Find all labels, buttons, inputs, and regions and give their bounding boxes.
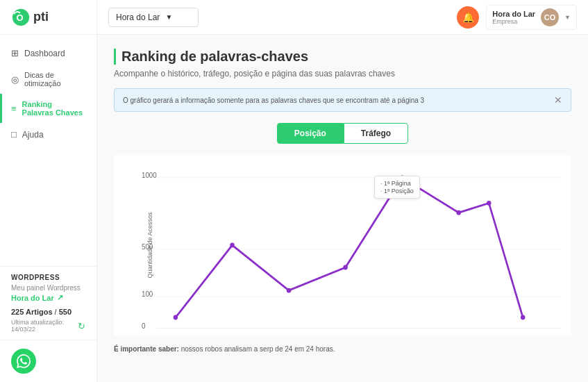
info-banner-text: O gráfico gerará a informação somente pa… (123, 97, 424, 104)
sidebar-bottom (0, 340, 96, 382)
page-content: Ranking de palavras-chaves Acompanhe o h… (97, 35, 588, 382)
dashboard-label: Dashboard (24, 49, 65, 58)
close-banner-button[interactable]: ✕ (554, 94, 562, 106)
articles-count: 225 Artigos / 550 (11, 308, 85, 316)
footer-note-strong: É importante saber: (114, 345, 179, 353)
sidebar-item-ajuda[interactable]: □ Ajuda (0, 123, 96, 146)
svg-text:500: 500 (142, 242, 153, 250)
external-link-icon: ↗ (57, 293, 63, 302)
logo-text: pti (33, 10, 49, 24)
chart-line (176, 178, 523, 317)
user-name: Hora do Lar (492, 10, 535, 18)
dicas-icon: ◎ (11, 74, 19, 85)
chart-point (456, 210, 461, 215)
sidebar: O pti ⊞ Dashboard ◎ Dicas de otimização … (0, 0, 97, 382)
chevron-down-icon: ▼ (165, 13, 172, 21)
footer-note: É importante saber: nossos robos analisa… (114, 345, 571, 353)
tooltip-line2: · 1ª Posição (380, 188, 414, 194)
footer-note-text: nossos robos analisam a serp de 24 em 24… (181, 345, 335, 353)
ranking-icon: ≡ (11, 103, 17, 114)
sidebar-nav: ⊞ Dashboard ◎ Dicas de otimização ≡ Rank… (0, 35, 96, 266)
wordpress-section: WORDPRESS Meu painel Wordpress Hora do L… (0, 266, 96, 340)
site-name: Hora do Lar (116, 13, 160, 22)
chart-container: Quantidade de Acessos · 1ª Página · 1ª P… (114, 155, 571, 335)
ajuda-icon: □ (11, 129, 17, 140)
logo: O pti (0, 0, 96, 35)
refresh-icon[interactable]: ↻ (78, 321, 85, 331)
user-info[interactable]: Hora do Lar Empresa CO ▼ (486, 5, 577, 30)
user-role: Empresa (492, 18, 535, 25)
whatsapp-button[interactable] (11, 349, 36, 374)
logo-icon: O (11, 8, 31, 27)
last-update: Última atualização: 14/03/22 ↻ (11, 319, 85, 333)
toggle-group: Posição Tráfego (114, 123, 571, 144)
svg-text:0: 0 (142, 322, 146, 329)
chart-point (521, 315, 526, 320)
page-title: Ranking de palavras-chaves (114, 49, 571, 65)
toggle-trafego-button[interactable]: Tráfego (344, 123, 408, 144)
tooltip-line1: · 1ª Página (380, 180, 414, 187)
chart-point (174, 315, 178, 320)
svg-text:100: 100 (142, 290, 153, 298)
wordpress-label: WORDPRESS (11, 274, 85, 281)
info-banner: O gráfico gerará a informação somente pa… (114, 88, 571, 112)
dashboard-icon: ⊞ (11, 48, 19, 58)
dicas-label: Dicas de otimização (24, 71, 85, 88)
site-selector[interactable]: Hora do Lar ▼ (108, 8, 199, 27)
svg-text:1000: 1000 (142, 172, 157, 179)
ajuda-label: Ajuda (22, 130, 44, 140)
sidebar-item-ranking[interactable]: ≡ Ranking Palavras Chaves (0, 94, 96, 123)
chart-tooltip: · 1ª Página · 1ª Posição (374, 176, 420, 199)
topbar: Hora do Lar ▼ 🔔 Hora do Lar Empresa CO ▼ (97, 0, 588, 35)
chart-point (287, 288, 292, 293)
wordpress-sublabel: Meu painel Wordpress (11, 284, 85, 292)
user-chevron-icon: ▼ (564, 14, 571, 21)
user-text-block: Hora do Lar Empresa (492, 10, 535, 25)
ranking-label: Ranking Palavras Chaves (22, 100, 85, 117)
topbar-left: Hora do Lar ▼ (108, 8, 199, 27)
topbar-right: 🔔 Hora do Lar Empresa CO ▼ (457, 5, 577, 30)
chart-point (487, 201, 492, 206)
toggle-posicao-button[interactable]: Posição (277, 123, 344, 144)
avatar: CO (541, 8, 559, 26)
page-subtitle: Acompanhe o histórico, tráfego, posição … (114, 69, 571, 78)
line-chart: 0 100 500 1000 DD/MM DD/MM DD/MM DD/MM D… (142, 162, 564, 329)
whatsapp-icon (17, 354, 31, 368)
notification-button[interactable]: 🔔 (457, 6, 479, 28)
svg-text:O: O (16, 12, 23, 22)
chart-inner: · 1ª Página · 1ª Posição 0 100 500 1000 (142, 162, 564, 329)
chart-point (230, 243, 235, 248)
bell-icon: 🔔 (462, 12, 474, 23)
main-content: Hora do Lar ▼ 🔔 Hora do Lar Empresa CO ▼… (97, 0, 588, 382)
sidebar-item-dicas[interactable]: ◎ Dicas de otimização (0, 65, 96, 94)
chart-point (343, 265, 348, 270)
sidebar-item-dashboard[interactable]: ⊞ Dashboard (0, 42, 96, 65)
wordpress-link[interactable]: Hora do Lar ↗ (11, 293, 85, 302)
